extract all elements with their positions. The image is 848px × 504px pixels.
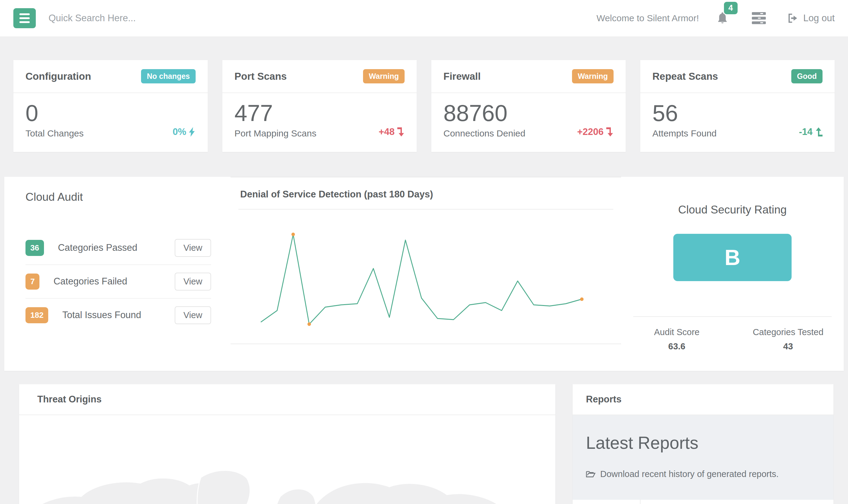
bolt-icon — [189, 127, 196, 137]
latest-reports-heading: Latest Reports — [586, 433, 820, 453]
audit-score-value: 63.6 — [621, 341, 733, 352]
arrow-up-icon — [397, 127, 404, 137]
stat-cards-row: Configuration No changes 0 Total Changes… — [13, 60, 835, 152]
stat-value: 477 — [234, 101, 404, 125]
server-status-button[interactable] — [752, 12, 766, 24]
view-button[interactable]: View — [175, 239, 211, 257]
stat-card-repeat-scans: Repeat Scans Good 56 Attempts Found -14 — [640, 60, 835, 152]
categories-tested-label: Categories Tested — [733, 327, 844, 337]
stat-value: 56 — [652, 101, 823, 125]
report-list-item[interactable]: 2025-10-09 00:12:55 UTC Monitoring in pr… — [573, 500, 833, 504]
status-badge: No changes — [141, 69, 196, 84]
world-map — [19, 415, 555, 504]
stat-card-firewall: Firewall Warning 88760 Connections Denie… — [431, 60, 626, 152]
audit-score-label: Audit Score — [621, 327, 733, 337]
card-title: Configuration — [25, 71, 91, 82]
count-badge: 7 — [25, 273, 39, 290]
audit-score-stat: Audit Score 63.6 — [621, 327, 733, 352]
audit-row-label: Categories Failed — [53, 276, 175, 287]
logout-button[interactable]: Log out — [788, 13, 835, 24]
arrow-down-icon — [815, 127, 823, 137]
view-button[interactable]: View — [175, 306, 211, 324]
reports-panel: Reports Latest Reports Download recent h… — [573, 384, 833, 504]
stat-delta: +2206 — [577, 126, 614, 137]
latest-reports-subtitle: Download recent history of generated rep… — [600, 469, 778, 479]
folder-open-icon — [586, 470, 596, 478]
audit-row-passed: 36 Categories Passed View — [25, 231, 211, 265]
logout-icon — [788, 13, 798, 23]
categories-tested-value: 43 — [733, 341, 844, 352]
logout-label: Log out — [804, 13, 835, 24]
stat-delta: -14 — [799, 126, 823, 137]
audit-row-label: Categories Passed — [58, 242, 175, 253]
dos-chart — [238, 211, 613, 344]
security-rating-grade: B — [673, 234, 792, 281]
threat-origins-panel: Threat Origins — [19, 384, 555, 504]
security-rating-section: Cloud Security Rating B Audit Score 63.6… — [621, 177, 844, 371]
stat-card-port-scans: Port Scans Warning 477 Port Mapping Scan… — [222, 60, 417, 152]
card-title: Port Scans — [234, 71, 287, 82]
stat-label: Total Changes — [25, 128, 196, 139]
menu-icon — [19, 13, 30, 15]
stat-value: 0 — [25, 101, 196, 125]
status-badge: Warning — [572, 69, 614, 84]
audit-row-failed: 7 Categories Failed View — [25, 265, 211, 298]
security-rating-title: Cloud Security Rating — [621, 203, 844, 216]
server-icon — [752, 12, 766, 24]
notification-count-badge: 4 — [724, 2, 738, 14]
status-badge: Warning — [363, 69, 404, 84]
audit-row-label: Total Issues Found — [62, 310, 175, 321]
divider — [633, 316, 832, 317]
threat-origins-title: Threat Origins — [19, 384, 555, 415]
stat-value: 88760 — [444, 101, 614, 125]
timeline-divider — [640, 500, 640, 504]
cloud-audit-summary: Cloud Audit 36 Categories Passed View 7 … — [4, 177, 231, 371]
status-badge: Good — [791, 69, 823, 84]
reports-title: Reports — [573, 384, 833, 415]
count-badge: 36 — [25, 240, 44, 256]
dos-detection-chart-card: Denial of Service Detection (past 180 Da… — [231, 177, 621, 344]
card-title: Repeat Scans — [652, 71, 718, 82]
stat-delta: +48 — [379, 126, 404, 137]
cloud-audit-panel: Cloud Audit 36 Categories Passed View 7 … — [4, 177, 844, 371]
top-navbar: Welcome to Silent Armor! 4 Log out — [0, 0, 848, 36]
categories-tested-stat: Categories Tested 43 — [733, 327, 844, 352]
search-input[interactable] — [49, 13, 597, 24]
latest-reports-hero: Latest Reports Download recent history o… — [573, 415, 833, 500]
stat-card-configuration: Configuration No changes 0 Total Changes… — [13, 60, 208, 152]
hamburger-menu-button[interactable] — [13, 8, 36, 28]
welcome-text: Welcome to Silent Armor! — [597, 13, 699, 23]
card-title: Firewall — [444, 71, 481, 82]
stat-label: Attempts Found — [652, 128, 823, 139]
audit-row-issues: 182 Total Issues Found View — [25, 298, 211, 332]
view-button[interactable]: View — [175, 273, 211, 290]
stat-delta: 0% — [173, 126, 196, 137]
notifications-button[interactable]: 4 — [716, 11, 729, 25]
chart-title: Denial of Service Detection (past 180 Da… — [238, 177, 613, 210]
arrow-up-icon — [606, 127, 614, 137]
count-badge: 182 — [25, 307, 48, 323]
cloud-audit-title: Cloud Audit — [25, 191, 211, 203]
